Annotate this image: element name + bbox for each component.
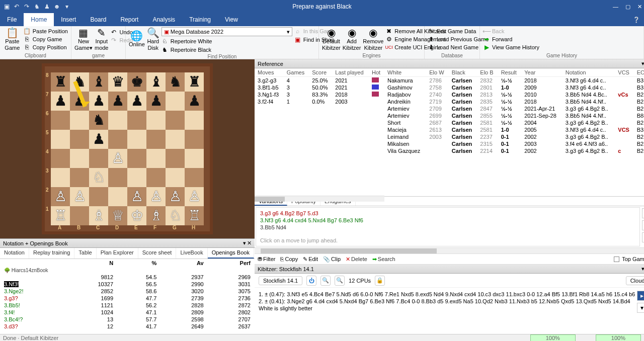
menu-view[interactable]: View [218,13,245,26]
piece-icon[interactable]: ♟ [43,3,50,10]
square-d1[interactable]: ♕ [108,206,127,225]
square-g2[interactable]: ♙ [166,187,185,206]
square-h3[interactable] [185,168,204,187]
square-f3[interactable] [146,168,166,187]
square-h4[interactable] [185,149,204,168]
square-g4[interactable] [166,149,185,168]
delete-button[interactable]: ✕Delete [346,256,367,263]
top-games-checkbox[interactable]: Top Games [614,256,644,262]
zoom-in-icon[interactable]: 🔍 [642,208,644,218]
view-history-button[interactable]: ▶View Game History [483,43,539,51]
dropdown-icon[interactable]: ▾ [63,3,70,10]
ref-game-row[interactable]: Artemiev2699Carlsen2855½-½2021-Sep-283.B… [384,112,644,119]
zoom-out-icon[interactable]: 🔍 [335,276,345,286]
square-d2[interactable] [108,187,127,206]
square-h1[interactable]: ♖ [185,206,204,225]
square-e2[interactable]: ♙ [127,187,146,206]
square-c4[interactable] [89,149,108,168]
variation-list[interactable]: 3.g3 g6 4.Bg2 Bg7 5.d33.Nf3 g6 4.d4 cxd4… [256,207,640,246]
ref-game-row[interactable]: Leimand2003Carlsen22370-120023.g3 g6 4.B… [384,133,644,140]
square-d8[interactable]: ♛ [108,72,127,92]
default-kibitzer-button[interactable]: ◉Default Kibitzer [322,27,341,51]
opening-row[interactable]: 3.d3?1241.726492637 [0,323,255,330]
rep-black-button[interactable]: ♞Repertoire Black [162,46,292,53]
square-f1[interactable]: ♗ [146,206,166,225]
maximize-button[interactable]: ▢ [625,4,630,10]
square-a3[interactable] [51,168,70,187]
board-pane[interactable]: ♜♞♝♛♚♝♞♜♟♟♟♟♟♟♟♞♟♙♘♙♙♙♙♙♙♖♗♕♔♗♘♖ 8765432… [0,59,255,238]
ref-game-row[interactable]: Vila GazquezCarlsen22140-120023.g3 g6 4.… [384,147,644,154]
menu-file[interactable]: File [0,13,24,26]
ref-game-row[interactable]: Short2687Carlsen2581½-½20043.g3 g6 4.Bg2… [384,119,644,126]
opening-row[interactable]: 3.f4!102447.128092802 [0,309,255,316]
square-f6[interactable] [146,111,166,130]
square-f8[interactable]: ♝ [146,72,166,92]
ref-move-row[interactable]: 3.f2-f410.0%2003 [255,98,384,105]
square-a7[interactable]: ♟ [51,92,70,111]
paste-position-button[interactable]: 📋Paste Position [24,27,68,35]
copy-position-button[interactable]: ⎘Copy Position [24,43,68,51]
ref-move-row[interactable]: 3.g2-g3425.0%2021 [255,77,384,84]
tab-replay-training[interactable]: Replay training [29,248,74,259]
ref-game-row[interactable]: Gashimov2758Carlsen28011-020093.Nf3 g6 4… [384,84,644,91]
ref-move-row[interactable]: 3.Bf1-b5350.0%2021 [255,84,384,91]
zoom-out-icon[interactable]: 🔍 [642,220,644,230]
square-d4[interactable]: ♙ [108,149,127,168]
square-f2[interactable]: ♙ [146,187,166,206]
back-button[interactable]: ⟵Back [483,27,539,35]
square-g1[interactable]: ♘ [166,206,185,225]
variation-line[interactable]: 3.g3 g6 4.Bg2 Bg7 5.d3 [260,210,635,217]
opening-row[interactable]: 3.Nge2!285258.630203075 [0,288,255,295]
add-kibitzer-button[interactable]: ◉Add Kibitzer [343,27,361,51]
square-b6[interactable] [70,111,89,130]
square-h6[interactable] [185,111,204,130]
forward-button[interactable]: ➡Forward [483,35,539,43]
menu-analysis[interactable]: Analysis [145,13,182,26]
help-icon[interactable]: ❔ [633,17,640,23]
remove-kibitzer-button[interactable]: ◉Remove Kibitzer [363,27,383,51]
engine-power-icon[interactable]: ⏻ [306,276,316,286]
square-b5[interactable] [70,130,89,149]
square-b8[interactable]: ♞ [70,72,89,92]
database-select[interactable]: ▣ Mega Database 2022 [162,27,292,36]
copy-game-button[interactable]: ⎘Copy Game [24,35,68,43]
knight-icon[interactable]: ♞ [33,3,40,10]
filter-button[interactable]: ⛃Filter [258,256,275,263]
square-f7[interactable]: ♟ [146,92,166,111]
lock-icon[interactable]: 🔒 [375,276,385,286]
square-g3[interactable] [166,168,185,187]
hard-disk-button[interactable]: 🔍Hard Disk [147,27,159,51]
engine-select[interactable]: Stockfish 14.1 [259,276,302,285]
square-e6[interactable] [127,111,146,130]
square-b7[interactable]: ♟ [70,92,89,111]
menu-board[interactable]: Board [83,13,113,26]
square-e7[interactable]: ♟ [127,92,146,111]
square-a2[interactable]: ♙ [51,187,70,206]
collapse-icon[interactable]: ▾ [637,303,644,313]
square-e5[interactable] [127,130,146,149]
zoom-in-icon[interactable]: 🔍 [320,276,331,286]
square-h5[interactable] [185,130,204,149]
square-c6[interactable]: ♞ [89,111,108,130]
rep-white-button[interactable]: ♘Repertoire White [162,37,292,45]
more-icon[interactable]: ⋯ [642,232,644,242]
close-button[interactable]: ✕ [637,4,642,10]
square-b1[interactable] [70,206,89,225]
square-d3[interactable] [108,168,127,187]
pane-dropdown-icon[interactable]: ▾ [641,60,644,67]
square-e1[interactable]: ♔ [127,206,146,225]
variation-line[interactable]: 3.Nf3 g6 4.d4 cxd4 5.Nxd4 Bg7 6.Be3 Nf6 [260,217,635,224]
opening-row[interactable]: 3.Nf3!1032756.529903031 [0,281,255,288]
cloud-button[interactable]: Cloud [626,276,644,285]
square-d5[interactable] [108,130,127,149]
pane-dropdown-icon[interactable]: ▾ [243,240,246,246]
square-g5[interactable] [166,130,185,149]
ref-game-row[interactable]: MikalsenCarlsen23150-120033.f4 e6 4.Nf3 … [384,140,644,147]
opening-row[interactable]: 3.Bc4!?1357.725982707 [0,316,255,323]
edit-button[interactable]: ✎Edit [303,256,318,263]
clip-button[interactable]: 📎Clip [323,256,341,263]
online-button[interactable]: 🌐Online [129,27,145,51]
redo-icon[interactable]: ↷ [23,3,30,10]
square-e3[interactable] [127,168,146,187]
square-a5[interactable] [51,130,70,149]
